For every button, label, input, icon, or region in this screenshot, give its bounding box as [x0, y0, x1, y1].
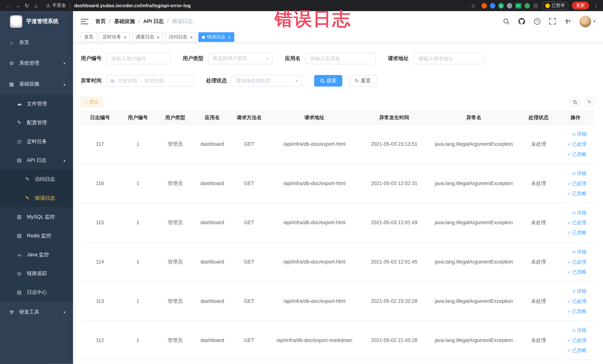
detail-link[interactable]: ⊙详细 — [572, 129, 587, 139]
help-icon[interactable]: ? — [533, 17, 541, 25]
sidebar-item-java-monitor[interactable]: ☕Java 监控 — [0, 245, 73, 264]
mark-ignored-link[interactable]: ✓已忽略 — [568, 267, 587, 277]
monitor-icon: ▦ — [9, 81, 15, 87]
extension-dark-icon[interactable] — [533, 3, 538, 8]
actions-cell: ⊙详细✓已处理✓已忽略 — [557, 203, 594, 242]
extension-blue-drop-icon[interactable] — [490, 3, 495, 8]
table-row: 1171管理员dashboardGET/api/infra/db-doc/exp… — [81, 125, 594, 164]
mark-processed-link[interactable]: ✓已处理 — [568, 296, 587, 306]
search-button[interactable]: 搜索 — [314, 75, 342, 87]
app-name-input[interactable] — [305, 53, 376, 64]
cell: dashboard — [194, 242, 231, 281]
tab-error-log[interactable]: 错误日志× — [198, 32, 234, 42]
sidebar-item-link-trace[interactable]: ◎链路追踪 — [0, 264, 73, 283]
paused-badge[interactable]: 已暂停 — [542, 1, 568, 10]
home-icon[interactable]: ⌂ — [32, 2, 41, 9]
extension-on-badge-icon[interactable]: on — [515, 3, 521, 8]
mark-ignored-link[interactable]: ✓已忽略 — [568, 227, 587, 237]
breadcrumb-separator: / — [138, 19, 140, 24]
user-type-select[interactable]: 请选择用户类型 ▾ — [208, 53, 273, 64]
detail-link[interactable]: ⊙详细 — [572, 286, 587, 296]
address-bar[interactable]: dashboard.yudao.iocoder.cn/infra/log/api… — [74, 3, 465, 8]
tab-home[interactable]: 首页 — [81, 32, 97, 42]
browser-actions: ☆ yon 已暂停 更新 ⋮ — [469, 1, 599, 10]
sidebar-item-infrastructure[interactable]: ▦基础设施▴ — [0, 73, 73, 94]
close-icon[interactable]: × — [190, 35, 193, 39]
close-icon[interactable]: × — [157, 35, 160, 39]
error-log-table: 日志编号用户编号用户类型应用名请求方法名请求地址异常发生时间异常名处理状态操作 … — [81, 111, 594, 360]
check-icon: ✓ — [568, 296, 571, 306]
search-icon[interactable] — [502, 17, 510, 25]
sidebar-item-api-log[interactable]: ▤API 日志▴ — [0, 151, 73, 170]
sidebar-item-redis-monitor[interactable]: ▨Redis 监控 — [0, 226, 73, 245]
mark-processed-link[interactable]: ✓已处理 — [568, 139, 587, 149]
refresh-table-icon[interactable]: ↻ — [584, 97, 594, 107]
date-range-picker[interactable]: ▦ 开始日期 - 结束日期 — [106, 75, 194, 87]
mark-processed-link[interactable]: ✓已处理 — [568, 178, 587, 188]
app-brand[interactable]: 芋道管理系统 — [0, 11, 73, 32]
extension-orange-icon[interactable] — [481, 3, 487, 8]
browser-update-button[interactable]: 更新 — [572, 1, 589, 10]
mark-ignored-link[interactable]: ✓已忽略 — [568, 306, 587, 316]
extension-grid-icon[interactable] — [507, 3, 512, 8]
calendar-icon: ▦ — [110, 78, 115, 83]
sidebar-item-file-management[interactable]: ☁文件管理 — [0, 94, 73, 113]
sidebar-item-label: 系统管理 — [19, 60, 39, 67]
cell: 未处理 — [520, 203, 557, 242]
bookmark-star-icon[interactable]: ☆ — [469, 2, 478, 9]
extension-leaf-icon[interactable] — [524, 3, 530, 8]
cell: 未处理 — [520, 242, 557, 281]
back-icon[interactable]: ← — [4, 2, 13, 9]
sidebar-item-home[interactable]: ⌂首页 — [0, 32, 73, 53]
user-id-input[interactable] — [106, 53, 170, 64]
sidebar-item-cron-job[interactable]: ◷定时任务 — [0, 132, 73, 151]
sidebar-item-mysql-monitor[interactable]: ▥MySQL 监控 — [0, 207, 73, 226]
security-indicator[interactable]: ⚠ 不安全 — [46, 2, 66, 9]
mark-processed-link[interactable]: ✓已处理 — [568, 335, 587, 345]
detail-link[interactable]: ⊙详细 — [572, 325, 587, 335]
cell: GET — [231, 203, 268, 242]
screen: ← → ↻ ⌂ ⚠ 不安全 dashboard.yudao.iocoder.cn… — [0, 0, 603, 364]
sidebar-item-dev-tools[interactable]: ⚒研发工具▾ — [0, 302, 73, 322]
close-icon[interactable]: × — [124, 35, 127, 39]
collapse-sidebar-icon[interactable] — [81, 18, 88, 24]
github-icon[interactable] — [518, 17, 525, 25]
close-icon[interactable]: × — [228, 35, 231, 39]
column-header: 日志编号 — [81, 111, 119, 124]
mark-ignored-link[interactable]: ✓已忽略 — [568, 149, 587, 159]
cell: java.lang.IllegalArgumentException — [427, 242, 520, 281]
process-status-select[interactable]: 请选择处理状态 ▾ — [232, 75, 302, 87]
mark-ignored-link[interactable]: ✓已忽略 — [568, 345, 587, 355]
breadcrumb-item[interactable]: API 日志 — [143, 18, 164, 25]
reload-icon[interactable]: ↻ — [22, 2, 32, 9]
mark-processed-link[interactable]: ✓已处理 — [568, 218, 587, 227]
reset-button[interactable]: ↻ 重置 — [349, 75, 376, 87]
mark-processed-link[interactable]: ✓已处理 — [568, 257, 587, 267]
extension-green-y-icon[interactable]: y — [498, 3, 504, 8]
sidebar-item-access-log[interactable]: ✎访问日志 — [0, 170, 73, 188]
chevron-down-icon: ▾ — [296, 79, 298, 83]
user-menu[interactable]: ▾ — [580, 16, 595, 27]
sidebar-item-system-management[interactable]: ⚙系统管理▾ — [0, 53, 73, 73]
mark-ignored-link[interactable]: ✓已忽略 — [568, 188, 587, 199]
browser-menu-icon[interactable]: ⋮ — [593, 3, 599, 9]
tab-cron-job[interactable]: 定时任务× — [99, 32, 130, 42]
breadcrumb-item[interactable]: 首页 — [95, 18, 106, 25]
request-url-input[interactable] — [413, 53, 484, 64]
forward-icon[interactable]: → — [13, 2, 23, 9]
font-size-icon[interactable]: TT — [564, 17, 572, 25]
user-type-label: 用户类型 — [183, 55, 203, 62]
export-button[interactable]: ↓ 导出 — [81, 97, 103, 107]
detail-link[interactable]: ⊙详细 — [572, 168, 587, 178]
breadcrumb-item[interactable]: 基础设施 — [114, 18, 135, 25]
toggle-search-icon[interactable] — [570, 97, 580, 107]
sidebar-item-config-management[interactable]: ✎配置管理 — [0, 113, 73, 132]
user-type-placeholder: 请选择用户类型 — [212, 55, 264, 62]
sidebar-item-error-log[interactable]: ✎错误日志 — [0, 188, 73, 208]
fullscreen-icon[interactable] — [549, 17, 556, 25]
detail-link[interactable]: ⊙详细 — [572, 247, 587, 257]
tab-access-log[interactable]: 访问日志× — [165, 32, 196, 42]
sidebar-item-log-center[interactable]: ▤日志中心 — [0, 283, 73, 302]
tab-schedule-log[interactable]: 调度日志× — [132, 32, 163, 42]
detail-link[interactable]: ⊙详细 — [572, 208, 587, 218]
